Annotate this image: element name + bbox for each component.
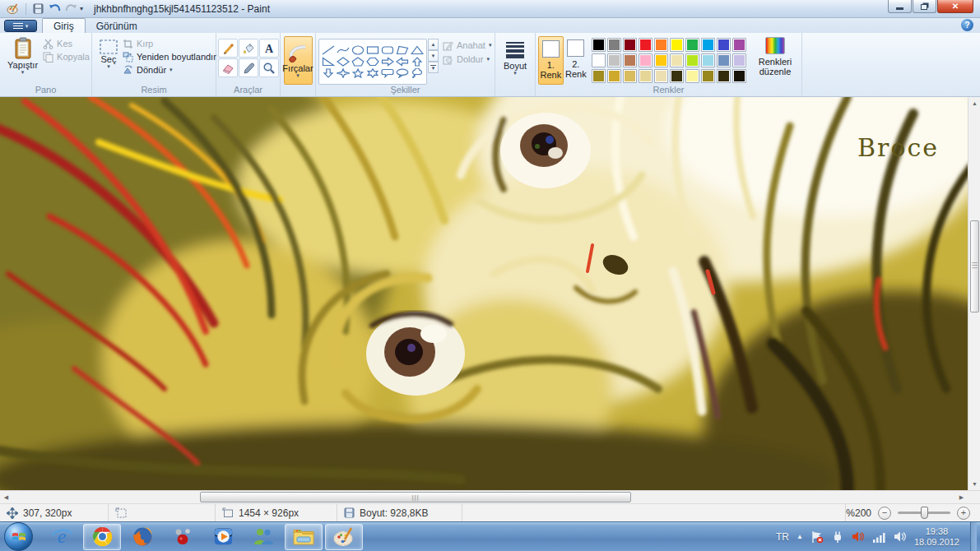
painting-canvas[interactable]: Broce — [0, 97, 968, 490]
shape-pentagon[interactable] — [351, 56, 365, 67]
zoom-slider-thumb[interactable] — [921, 507, 928, 519]
shape-arrow-down[interactable] — [321, 67, 336, 79]
shape-ellipse[interactable] — [351, 44, 365, 56]
color-swatch[interactable] — [639, 38, 653, 52]
gallery-scroll-up[interactable]: ▲ — [428, 39, 439, 50]
hidden-icons-arrow[interactable]: ▲ — [797, 533, 803, 540]
cut-button[interactable]: Kes — [43, 38, 90, 49]
paste-button[interactable]: Yapıştır ▾ — [2, 35, 43, 85]
shape-hexagon[interactable] — [365, 56, 380, 67]
application-menu-button[interactable]: ▾ — [4, 20, 37, 32]
audio-manager-icon[interactable] — [852, 530, 865, 543]
taskbar-windows-media-player[interactable] — [204, 524, 242, 550]
show-desktop-button[interactable] — [970, 522, 977, 551]
color-swatch[interactable] — [607, 69, 621, 83]
color-swatch[interactable] — [670, 53, 684, 67]
color-swatch[interactable] — [607, 53, 621, 67]
restore-button[interactable] — [913, 0, 936, 13]
color-swatch[interactable] — [639, 69, 653, 83]
clock[interactable]: 19:38 18.09.2012 — [914, 526, 959, 548]
color-swatch[interactable] — [607, 38, 621, 52]
gallery-scroll-down[interactable]: ▼ — [428, 50, 439, 62]
shape-right-triangle[interactable] — [321, 56, 336, 67]
taskbar-paint[interactable] — [325, 524, 363, 550]
select-button[interactable]: Seç ▾ — [95, 35, 123, 85]
language-indicator[interactable]: TR — [776, 531, 789, 543]
minimize-button[interactable] — [888, 0, 912, 13]
network-signal-icon[interactable] — [872, 531, 886, 543]
shape-arrow-up[interactable] — [410, 56, 425, 67]
color-swatch[interactable] — [654, 38, 668, 52]
shape-star-6[interactable] — [365, 67, 380, 79]
color-swatch[interactable] — [623, 69, 637, 83]
color-swatch[interactable] — [717, 53, 731, 67]
taskbar-messenger[interactable] — [244, 524, 282, 550]
scroll-down-arrow[interactable]: ▼ — [968, 478, 980, 490]
save-button[interactable] — [30, 2, 46, 16]
undo-button[interactable] — [46, 2, 63, 16]
tab-view[interactable]: Görünüm — [86, 19, 148, 33]
shape-arrow-left[interactable] — [395, 56, 410, 67]
horizontal-scroll-thumb[interactable]: ||| — [200, 492, 631, 502]
outline-button[interactable]: Anahat▾ — [443, 39, 491, 51]
taskbar-chrome[interactable] — [83, 524, 121, 550]
shape-callout-cloud[interactable] — [410, 67, 425, 79]
taskbar-red-molecule-app[interactable] — [164, 524, 202, 550]
color-swatch[interactable] — [685, 38, 699, 52]
size-button[interactable]: Boyut ▾ — [499, 35, 532, 85]
shape-callout-rounded[interactable] — [380, 67, 395, 79]
zoom-slider[interactable] — [898, 512, 950, 514]
color-swatch[interactable] — [623, 38, 637, 52]
taskbar-internet-explorer[interactable]: e — [43, 524, 81, 550]
zoom-in-button[interactable]: + — [957, 507, 970, 520]
color-swatch[interactable] — [592, 38, 606, 52]
color-swatch[interactable] — [732, 53, 746, 67]
start-button[interactable] — [4, 522, 33, 551]
shape-polygon[interactable] — [395, 44, 410, 56]
color-picker-tool[interactable] — [239, 58, 258, 77]
color-swatch[interactable] — [592, 69, 606, 83]
scroll-up-arrow[interactable]: ▲ — [968, 97, 980, 109]
shape-triangle[interactable] — [410, 44, 425, 56]
redo-button[interactable] — [63, 2, 79, 16]
color-swatch[interactable] — [654, 53, 668, 67]
power-plug-icon[interactable] — [831, 530, 844, 544]
color-swatch[interactable] — [701, 53, 715, 67]
color-swatch[interactable] — [623, 53, 637, 67]
scroll-left-arrow[interactable]: ◀ — [0, 491, 12, 503]
pencil-tool[interactable] — [218, 39, 238, 58]
paint-app-icon[interactable] — [5, 2, 20, 16]
color-swatch[interactable] — [732, 38, 746, 52]
shape-diamond[interactable] — [336, 56, 351, 67]
shape-line[interactable] — [321, 44, 336, 56]
magnifier-tool[interactable] — [259, 58, 279, 77]
color-swatch[interactable] — [592, 53, 606, 67]
tab-home[interactable]: Giriş — [42, 18, 86, 33]
color-swatch[interactable] — [639, 53, 653, 67]
shape-star-5[interactable] — [351, 67, 365, 79]
color-swatch[interactable] — [701, 69, 715, 83]
action-center-icon[interactable] — [810, 530, 824, 544]
edit-colors-button[interactable]: Renkleri düzenle — [750, 35, 799, 85]
color-swatch[interactable] — [685, 69, 699, 83]
close-button[interactable]: ✕ — [937, 0, 973, 13]
shape-curve[interactable] — [336, 44, 351, 56]
color2-button[interactable]: 2. Renk — [564, 36, 588, 85]
zoom-out-button[interactable]: − — [878, 507, 891, 520]
shape-star-4[interactable] — [336, 67, 351, 79]
color1-button[interactable]: 1. Renk — [538, 36, 564, 85]
horizontal-scrollbar[interactable]: ◀ ||| ▶ — [0, 490, 980, 503]
text-tool[interactable]: A — [259, 39, 279, 58]
rotate-button[interactable]: Döndür▾ — [123, 64, 216, 76]
gallery-more[interactable]: ▼ — [428, 62, 439, 73]
brushes-button[interactable]: Fırçalar ▾ — [284, 36, 313, 85]
shape-rounded-rectangle[interactable] — [380, 44, 395, 56]
shape-arrow-right[interactable] — [380, 56, 395, 67]
eraser-tool[interactable] — [218, 58, 238, 77]
copy-button[interactable]: Kopyala — [43, 51, 90, 63]
color-swatch[interactable] — [685, 53, 699, 67]
fill-shape-button[interactable]: Doldur▾ — [443, 53, 491, 65]
color-swatch[interactable] — [670, 38, 684, 52]
color-swatch[interactable] — [732, 69, 746, 83]
scroll-right-arrow[interactable]: ▶ — [955, 491, 968, 503]
